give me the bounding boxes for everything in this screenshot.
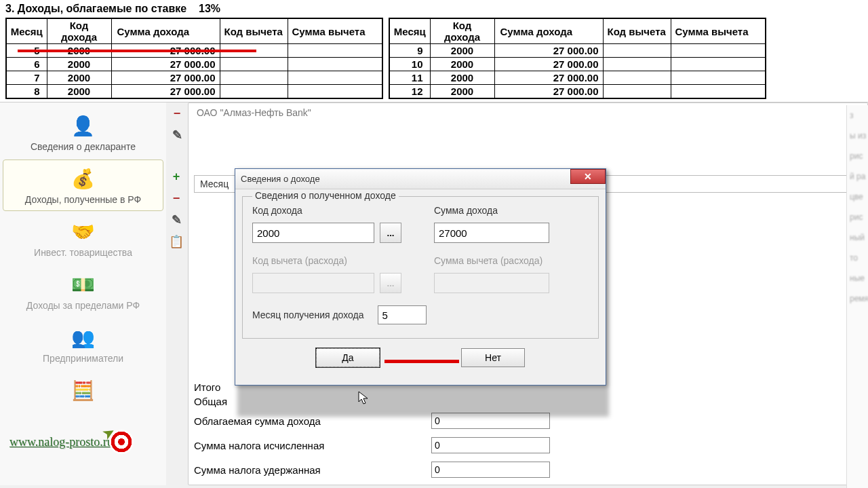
highlight-underline [18,50,256,52]
edit-source-button[interactable]: ✎ [169,127,185,143]
nav-income-rf[interactable]: 💰 Доходы, полученные в РФ [3,159,163,211]
deduction-code-input [252,273,374,293]
table-row: 6200027 000.00 [6,58,382,71]
watermark: ➤ www.nalog-prosto.ru [9,430,134,454]
remove-income-button[interactable]: − [168,190,184,206]
copy-income-button[interactable]: 📋 [168,233,184,250]
remove-source-button[interactable]: − [169,105,185,121]
income-code-input[interactable] [252,223,374,243]
handshake-icon: 🤝 [68,219,98,244]
income-month-input[interactable] [378,305,427,324]
table-row: 11200027 000.00 [389,71,766,85]
no-button[interactable]: Нет [461,348,525,367]
table-row: 7200027 000.00 [6,71,382,85]
total-row: Сумма налога исчисленная [194,433,862,457]
income-dialog: Сведения о доходе ✕ Сведения о полученно… [235,168,606,386]
nav-invest[interactable]: 🤝 Инвест. товарищества [3,212,163,264]
person-icon: 👤 [68,113,98,138]
income-table-right: Месяц Код дохода Сумма дохода Код вычета… [389,18,766,99]
close-icon: ✕ [584,171,592,182]
yes-button[interactable]: Да [316,348,380,367]
nav-calc[interactable]: 🧮 [3,371,163,407]
source-name: ОАО "Алмаз-Нефть Bank" [194,106,862,119]
nav-entrepreneur[interactable]: 👥 Предприниматели [3,318,163,370]
highlight-underline-month [384,360,459,363]
code-lookup-button[interactable]: ... [380,223,401,243]
dialog-title: Сведения о доходе [241,174,320,184]
income-sum-input[interactable] [434,223,549,243]
calc-icon: 🧮 [68,377,98,403]
total-withheld-input[interactable] [431,462,550,478]
deduction-sum-input [434,273,549,293]
total-calculated-input[interactable] [431,437,550,453]
month-label: Месяц получения дохода [252,309,364,320]
dcode-lookup-button: ... [380,273,401,293]
code-label: Код дохода [252,205,407,216]
group-icon: 👥 [68,324,98,350]
right-cropped-text: зы изрисй рацверисныйтоныеремя [846,105,868,488]
edit-income-button[interactable]: ✎ [168,212,184,228]
section-title: 3. Доходы, облагаемые по ставке 13% [5,3,863,15]
dcode-label: Код вычета (расхода) [252,255,407,266]
toolbar-upper: − ✎ [166,102,188,485]
table-row: 10200027 000.00 [389,58,766,71]
table-row: 12200027 000.00 [389,85,766,99]
close-button[interactable]: ✕ [570,169,606,184]
table-row: 8200027 000.00 [6,85,382,99]
sum-label: Сумма дохода [434,205,589,216]
sidebar: 👤 Сведения о декларанте 💰 Доходы, получе… [0,102,166,485]
nav-foreign[interactable]: 💵 Доходы за пределами РФ [3,265,163,317]
dsum-label: Сумма вычета (расхода) [434,255,589,266]
table-row: 9200027 000.00 [389,44,766,58]
moneybag-icon: 💵 [68,271,98,297]
target-icon [109,430,134,454]
total-row: Сумма налога удержанная [194,457,862,482]
income-table-left: Месяц Код дохода Сумма дохода Код вычета… [5,18,383,99]
nav-declarant[interactable]: 👤 Сведения о декларанте [3,107,163,158]
dialog-titlebar[interactable]: Сведения о доходе ✕ [235,169,606,189]
dialog-fieldset: Сведения о полученном доходе Код дохода … [242,196,599,339]
add-income-button[interactable]: + [168,168,184,185]
fieldset-legend: Сведения о полученном доходе [252,190,399,201]
coins-icon: 💰 [68,166,98,191]
